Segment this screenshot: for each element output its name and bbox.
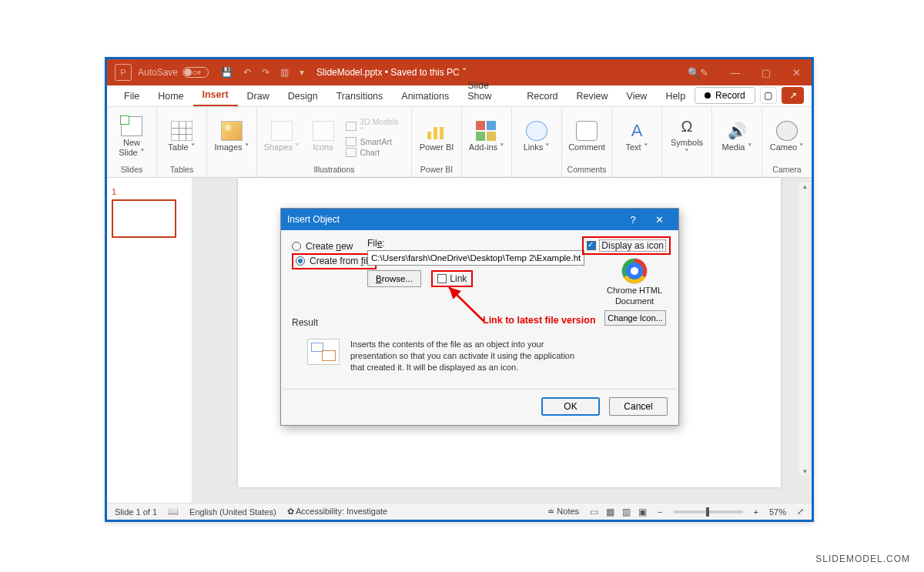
group-slides: New Slide ˅ Slides [107, 107, 157, 177]
present-button[interactable]: ▢ [760, 87, 777, 104]
quick-access-toolbar: 💾 ↶ ↷ ▥ ▾ [221, 67, 304, 78]
shapes-button[interactable]: Shapes ˅ [263, 121, 300, 152]
result-preview-icon [307, 339, 340, 365]
dialog-titlebar[interactable]: Insert Object ? ✕ [281, 209, 678, 230]
images-button[interactable]: Images ˅ [213, 121, 250, 152]
maximize-icon[interactable]: ▢ [762, 67, 771, 79]
table-icon [171, 121, 192, 141]
media-icon: 🔊 [726, 121, 748, 141]
pen-icon[interactable]: ✎ [700, 67, 708, 79]
cameo-button[interactable]: Cameo ˅ [768, 121, 805, 152]
tab-help[interactable]: Help [656, 88, 695, 106]
display-as-icon-checkbox[interactable] [587, 241, 596, 250]
table-button[interactable]: Table ˅ [163, 121, 200, 152]
autosave-toggle[interactable]: AutoSave Off [138, 67, 209, 78]
media-button[interactable]: 🔊Media ˅ [718, 121, 755, 152]
zoom-value[interactable]: 57% [769, 507, 786, 517]
link-checkbox[interactable] [437, 274, 447, 283]
language-status[interactable]: English (United States) [189, 507, 276, 517]
group-tables: Table ˅ Tables [157, 107, 207, 177]
record-button[interactable]: Record [695, 87, 755, 104]
slide-counter: Slide 1 of 1 [115, 507, 157, 517]
3d-models-button[interactable]: 3D Models ˅ [346, 117, 405, 135]
qat-more-icon[interactable]: ▾ [300, 67, 304, 78]
group-media: 🔊Media ˅ [712, 107, 762, 177]
tab-draw[interactable]: Draw [238, 88, 279, 106]
thumbnail-pane[interactable]: 1 [107, 178, 192, 503]
zoom-slider[interactable] [674, 510, 743, 513]
link-highlight: Link [431, 270, 473, 287]
smartart-button[interactable]: SmartArt [346, 137, 405, 146]
ribbon-tabs: File Home Insert Draw Design Transitions… [107, 85, 812, 107]
browse-button[interactable]: Browse... [367, 270, 421, 287]
normal-view-icon[interactable]: ▭ [590, 507, 598, 517]
minimize-icon[interactable]: — [730, 67, 740, 79]
group-comments: Comment Comments [562, 107, 612, 177]
slide-thumbnail[interactable] [112, 199, 176, 238]
annotation-text: Link to latest file version [483, 315, 596, 326]
group-symbols: ΩSymbols ˅ [662, 107, 712, 177]
sorter-view-icon[interactable]: ▦ [606, 507, 614, 517]
toggle-off-icon[interactable]: Off [182, 67, 209, 78]
tab-record[interactable]: Record [517, 88, 567, 106]
create-from-file-radio[interactable]: Create from file [310, 256, 373, 266]
insert-object-dialog: Insert Object ? ✕ Create new Create from… [280, 208, 679, 426]
tab-animations[interactable]: Animations [392, 88, 458, 106]
ok-button[interactable]: OK [541, 397, 600, 416]
images-icon [221, 121, 243, 141]
spellcheck-icon[interactable]: 📖 [168, 507, 179, 517]
close-icon[interactable]: ✕ [792, 67, 801, 79]
powerbi-button[interactable]: Power BI [418, 121, 455, 152]
share-button[interactable]: ↗ [782, 87, 804, 104]
symbols-button[interactable]: ΩSymbols ˅ [668, 116, 705, 156]
chart-button[interactable]: Chart [346, 148, 405, 157]
tab-design[interactable]: Design [279, 88, 327, 106]
tab-home[interactable]: Home [149, 88, 192, 106]
change-icon-button[interactable]: Change Icon... [604, 310, 666, 326]
reading-view-icon[interactable]: ▥ [622, 507, 631, 517]
group-addins: Add-ins ˅ [462, 107, 512, 177]
document-title[interactable]: SlideModel.pptx • Saved to this PC ˅ [316, 67, 467, 78]
slide-number: 1 [112, 187, 116, 196]
group-illustrations: Shapes ˅ Icons 3D Models ˅ SmartArt Char… [257, 107, 412, 177]
svg-line-0 [449, 287, 484, 321]
fit-to-window-icon[interactable]: ⤢ [797, 507, 804, 517]
zoom-out-button[interactable]: − [658, 507, 662, 517]
dialog-close-button[interactable]: ✕ [646, 214, 672, 226]
create-from-file-highlight: Create from file [292, 253, 377, 269]
tab-review[interactable]: Review [567, 88, 618, 106]
zoom-in-button[interactable]: + [754, 507, 758, 517]
icons-button[interactable]: Icons [305, 121, 342, 152]
tab-slideshow[interactable]: Slide Show [458, 77, 517, 106]
chart-icon [346, 148, 357, 157]
comment-button[interactable]: Comment [568, 121, 605, 152]
addins-button[interactable]: Add-ins ˅ [468, 121, 505, 152]
status-bar: Slide 1 of 1 📖 English (United States) ✿… [107, 503, 812, 520]
save-icon[interactable]: 💾 [221, 67, 233, 78]
undo-icon[interactable]: ↶ [243, 67, 251, 78]
chrome-icon [621, 258, 648, 284]
search-icon[interactable]: 🔍 [688, 67, 700, 79]
file-path-input[interactable] [367, 250, 584, 266]
tab-view[interactable]: View [618, 88, 657, 106]
vertical-scrollbar[interactable]: ▴▾ [799, 182, 810, 475]
ribbon: New Slide ˅ Slides Table ˅ Tables Images… [107, 107, 812, 178]
slideshow-view-icon[interactable]: ▣ [638, 507, 647, 517]
links-button[interactable]: Links ˅ [518, 121, 555, 152]
accessibility-status[interactable]: ✿ Accessibility: Investigate [287, 507, 388, 517]
cancel-button[interactable]: Cancel [609, 397, 668, 416]
smartart-icon [346, 137, 357, 146]
dialog-title: Insert Object [287, 214, 340, 225]
new-slide-button[interactable]: New Slide ˅ [113, 116, 150, 156]
text-button[interactable]: AText ˅ [618, 121, 655, 152]
tab-file[interactable]: File [115, 88, 149, 106]
notes-button[interactable]: ≐ Notes [547, 507, 579, 517]
tab-insert[interactable]: Insert [193, 86, 238, 106]
redo-icon[interactable]: ↷ [262, 67, 270, 78]
group-camera: Cameo ˅ Camera [762, 107, 812, 177]
radio-checked-icon[interactable] [296, 256, 305, 266]
from-beginning-icon[interactable]: ▥ [280, 67, 289, 78]
comment-icon [576, 121, 598, 141]
dialog-help-button[interactable]: ? [620, 214, 646, 226]
tab-transitions[interactable]: Transitions [327, 88, 393, 106]
